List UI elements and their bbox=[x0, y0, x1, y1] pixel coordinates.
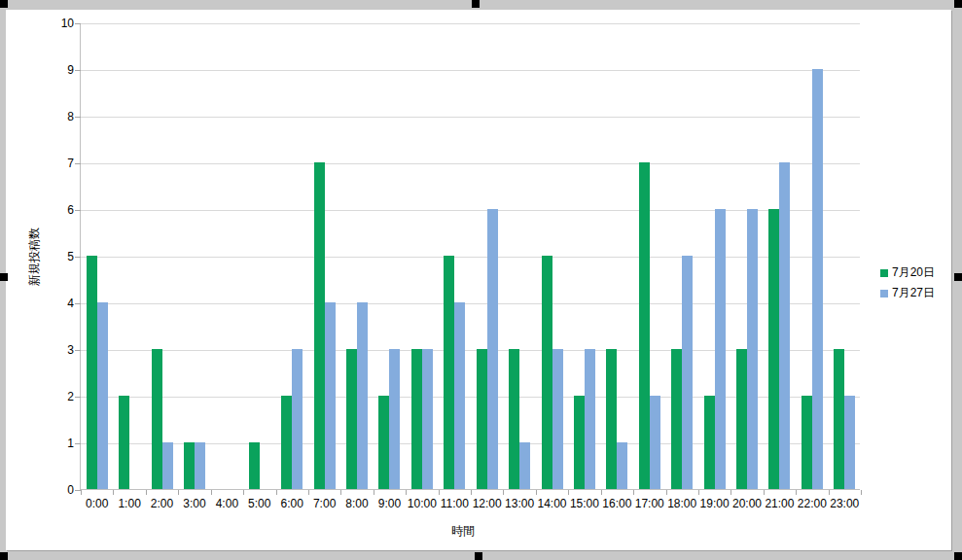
bar[interactable] bbox=[346, 349, 357, 489]
x-tick-label: 19:00 bbox=[700, 496, 730, 511]
x-axis-tick bbox=[308, 490, 309, 495]
bar[interactable] bbox=[552, 349, 563, 489]
bar[interactable] bbox=[357, 302, 368, 489]
legend-swatch-icon bbox=[880, 290, 888, 298]
selection-handle-bottom-right[interactable] bbox=[954, 552, 962, 560]
x-tick-label: 0:00 bbox=[86, 496, 108, 511]
legend-item-series-1[interactable]: 7月27日 bbox=[880, 283, 935, 303]
bar[interactable] bbox=[747, 209, 758, 489]
x-axis-tick bbox=[81, 490, 82, 495]
x-tick-label: 11:00 bbox=[441, 496, 469, 511]
x-tick-label: 9:00 bbox=[378, 496, 401, 511]
bar[interactable] bbox=[444, 256, 454, 489]
bar[interactable] bbox=[639, 162, 650, 489]
category-group bbox=[374, 23, 406, 489]
bar[interactable] bbox=[97, 302, 108, 489]
category-group bbox=[471, 23, 503, 489]
category-group bbox=[536, 23, 568, 489]
bar[interactable] bbox=[195, 442, 205, 489]
y-tick-label: 1 bbox=[27, 436, 74, 451]
x-axis-title: 時間 bbox=[451, 523, 475, 540]
bar[interactable] bbox=[585, 349, 595, 489]
legend-item-series-0[interactable]: 7月20日 bbox=[880, 262, 935, 283]
bar[interactable] bbox=[292, 349, 303, 489]
x-tick-label: 15:00 bbox=[570, 496, 599, 511]
x-axis-tick bbox=[340, 490, 341, 495]
bar[interactable] bbox=[249, 442, 260, 489]
selection-handle-top-right[interactable] bbox=[954, 0, 962, 8]
bar[interactable] bbox=[519, 442, 530, 489]
bar[interactable] bbox=[87, 256, 97, 489]
x-tick-label: 23:00 bbox=[830, 496, 859, 511]
bar[interactable] bbox=[184, 442, 195, 489]
bar[interactable] bbox=[802, 396, 812, 489]
bar[interactable] bbox=[715, 209, 726, 489]
bar[interactable] bbox=[281, 396, 292, 489]
x-tick-label: 22:00 bbox=[798, 496, 827, 511]
selection-handle-top-center[interactable] bbox=[472, 0, 480, 8]
bar[interactable] bbox=[411, 349, 422, 489]
category-group bbox=[406, 23, 438, 489]
x-axis-tick bbox=[276, 490, 277, 495]
x-axis-tick bbox=[796, 490, 797, 495]
bar[interactable] bbox=[617, 442, 627, 489]
x-axis-tick bbox=[536, 490, 537, 495]
bar[interactable] bbox=[812, 69, 823, 489]
selection-handle-bottom-center[interactable] bbox=[475, 552, 482, 560]
legend-label: 7月27日 bbox=[892, 285, 935, 301]
category-group bbox=[666, 23, 698, 489]
bar[interactable] bbox=[542, 256, 552, 489]
x-tick-label: 4:00 bbox=[216, 496, 238, 511]
category-group bbox=[340, 23, 373, 489]
selection-handle-bottom-left[interactable] bbox=[0, 552, 8, 560]
bar[interactable] bbox=[509, 349, 519, 489]
bar[interactable] bbox=[650, 396, 660, 489]
category-group bbox=[633, 23, 665, 489]
x-axis-tick bbox=[633, 490, 634, 495]
category-group bbox=[308, 23, 340, 489]
chart-area[interactable]: 0123456789100:001:002:003:004:005:006:00… bbox=[6, 10, 951, 550]
x-axis-tick bbox=[113, 490, 114, 495]
selection-handle-middle-left[interactable] bbox=[0, 273, 8, 281]
bar[interactable] bbox=[314, 162, 325, 489]
x-tick-label: 20:00 bbox=[732, 496, 762, 511]
bar[interactable] bbox=[779, 162, 790, 489]
category-group bbox=[568, 23, 600, 489]
x-axis-tick bbox=[730, 490, 731, 495]
bar[interactable] bbox=[422, 349, 433, 489]
x-tick-label: 1:00 bbox=[118, 496, 140, 511]
bar[interactable] bbox=[152, 349, 162, 489]
bar[interactable] bbox=[606, 349, 617, 489]
bar[interactable] bbox=[574, 396, 585, 489]
bar[interactable] bbox=[119, 396, 129, 489]
bar[interactable] bbox=[834, 349, 844, 489]
category-group bbox=[698, 23, 730, 489]
bar[interactable] bbox=[378, 396, 389, 489]
x-tick-label: 18:00 bbox=[667, 496, 696, 511]
category-group bbox=[81, 23, 113, 489]
bar[interactable] bbox=[477, 349, 487, 489]
bar[interactable] bbox=[325, 302, 336, 489]
bar[interactable] bbox=[487, 209, 498, 489]
bar[interactable] bbox=[736, 349, 747, 489]
selection-handle-middle-right[interactable] bbox=[954, 273, 962, 281]
bar[interactable] bbox=[454, 302, 465, 489]
x-axis-tick bbox=[764, 490, 765, 495]
x-tick-label: 13:00 bbox=[505, 496, 534, 511]
bar[interactable] bbox=[844, 396, 855, 489]
x-axis-tick bbox=[374, 490, 374, 495]
x-axis-tick bbox=[568, 490, 569, 495]
x-tick-label: 14:00 bbox=[538, 496, 567, 511]
bar[interactable] bbox=[682, 256, 693, 489]
bar[interactable] bbox=[671, 349, 682, 489]
category-group bbox=[211, 23, 243, 489]
legend: 7月20日 7月27日 bbox=[880, 262, 935, 303]
bar[interactable] bbox=[389, 349, 400, 489]
bar[interactable] bbox=[704, 396, 715, 489]
x-tick-label: 5:00 bbox=[248, 496, 270, 511]
x-tick-label: 10:00 bbox=[408, 496, 437, 511]
selection-handle-top-left[interactable] bbox=[0, 0, 8, 8]
bar[interactable] bbox=[162, 442, 173, 489]
category-group bbox=[146, 23, 178, 489]
bar[interactable] bbox=[768, 209, 779, 489]
